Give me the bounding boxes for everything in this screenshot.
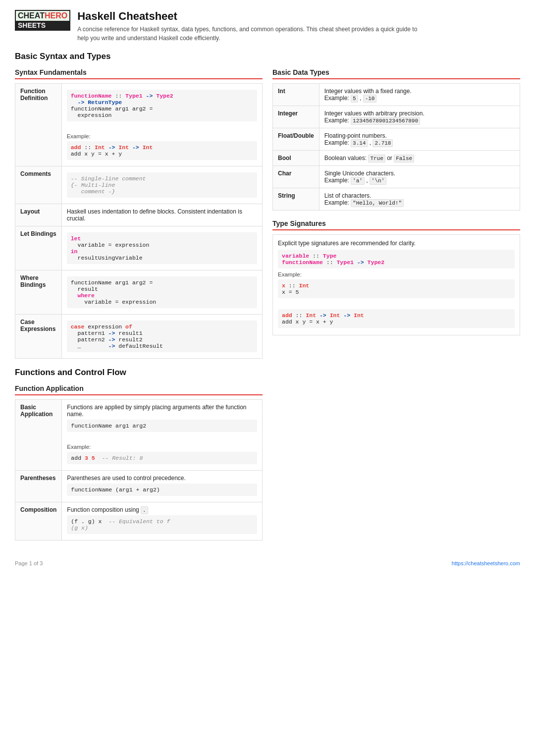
row-label: CaseExpressions xyxy=(15,315,62,359)
logo: CHEATHERO SHEETS xyxy=(15,10,70,31)
function-application-title: Function Application xyxy=(15,384,263,395)
page-number: Page 1 of 3 xyxy=(15,560,43,566)
row-content: Boolean values: True or False xyxy=(319,151,520,166)
row-label: FunctionDefinition xyxy=(15,84,62,166)
type-sig-description: Explicit type signatures are recommended… xyxy=(278,240,515,247)
row-label: Composition xyxy=(15,502,62,540)
section-functions: Functions and Control Flow Function Appl… xyxy=(15,368,520,540)
table-row: Parentheses Parentheses are used to cont… xyxy=(15,471,263,502)
row-content: Function composition using . (f . g) x -… xyxy=(62,502,263,540)
logo-bottom: SHEETS xyxy=(16,21,69,30)
row-label: Int xyxy=(273,84,320,106)
data-types-table: Int Integer values with a fixed range. E… xyxy=(272,83,520,211)
table-row: Int Integer values with a fixed range. E… xyxy=(273,84,520,106)
footer-link[interactable]: https://cheatsheetshero.com xyxy=(452,560,520,566)
table-row: String List of characters. Example: "Hel… xyxy=(273,188,520,211)
page-header: CHEATHERO SHEETS Haskell Cheatsheet A co… xyxy=(15,10,520,43)
table-row: FunctionDefinition functionName :: Type1… xyxy=(15,84,263,166)
table-row: Bool Boolean values: True or False xyxy=(273,151,520,166)
row-content: let variable = expression in resultUsing… xyxy=(61,226,262,270)
header-text: Haskell Cheatsheet A concise reference f… xyxy=(77,10,424,43)
table-row: Float/Double Floating-point numbers. Exa… xyxy=(273,128,520,151)
type-signatures-section: Type Signatures Explicit type signatures… xyxy=(272,219,520,335)
page-footer: Page 1 of 3 https://cheatsheetshero.com xyxy=(15,560,520,566)
data-types-title: Basic Data Types xyxy=(272,68,520,79)
row-content: functionName :: Type1 -> Type2 -> Return… xyxy=(61,84,262,166)
table-row: Layout Haskell uses indentation to defin… xyxy=(15,204,263,226)
logo-top: CHEATHERO xyxy=(16,11,69,21)
row-label: Parentheses xyxy=(15,471,62,502)
row-label: Integer xyxy=(273,106,320,128)
syntax-table: FunctionDefinition functionName :: Type1… xyxy=(15,83,263,359)
functions-two-col: Function Application BasicApplication Fu… xyxy=(15,384,520,540)
basic-data-types-col: Basic Data Types Int Integer values with… xyxy=(272,68,520,359)
table-row: CaseExpressions case expression of patte… xyxy=(15,315,263,359)
row-content: case expression of pattern1 -> result1 p… xyxy=(61,315,262,359)
row-content: functionName arg1 arg2 = result where va… xyxy=(61,270,262,315)
row-label: BasicApplication xyxy=(15,400,62,471)
syntax-fundamentals-col: Syntax Fundamentals FunctionDefinition f… xyxy=(15,68,263,359)
table-row: WhereBindings functionName arg1 arg2 = r… xyxy=(15,270,263,315)
basic-syntax-two-col: Syntax Fundamentals FunctionDefinition f… xyxy=(15,68,520,359)
row-label: Float/Double xyxy=(273,128,320,151)
row-content: Haskell uses indentation to define block… xyxy=(61,204,262,226)
page-subtitle: A concise reference for Haskell syntax, … xyxy=(77,25,424,43)
functions-right-col xyxy=(272,384,520,540)
row-label: Char xyxy=(273,166,320,188)
row-label: Bool xyxy=(273,151,320,166)
page-title: Haskell Cheatsheet xyxy=(77,10,424,23)
syntax-fundamentals-title: Syntax Fundamentals xyxy=(15,68,263,79)
table-row: Integer Integer values with arbitrary pr… xyxy=(273,106,520,128)
section-basic-syntax: Basic Syntax and Types Syntax Fundamenta… xyxy=(15,52,520,359)
row-content: Parentheses are used to control preceden… xyxy=(62,471,263,502)
row-label: Comments xyxy=(15,166,62,204)
row-content: List of characters. Example: "Hello, Wor… xyxy=(319,188,520,211)
row-content: Functions are applied by simply placing … xyxy=(62,400,263,471)
table-row: Comments -- Single-line comment {- Multi… xyxy=(15,166,263,204)
row-label: Let Bindings xyxy=(15,226,62,270)
row-content: Single Unicode characters. Example: 'a' … xyxy=(319,166,520,188)
row-label: Layout xyxy=(15,204,62,226)
type-signatures-title: Type Signatures xyxy=(272,219,520,230)
row-content: Integer values with arbitrary precision.… xyxy=(319,106,520,128)
row-content: -- Single-line comment {- Multi-line com… xyxy=(61,166,262,204)
row-content: Floating-point numbers. Example: 3.14 , … xyxy=(319,128,520,151)
type-sig-box: Explicit type signatures are recommended… xyxy=(272,234,520,335)
row-content: Integer values with a fixed range. Examp… xyxy=(319,84,520,106)
table-row: Composition Function composition using .… xyxy=(15,502,263,540)
function-app-table: BasicApplication Functions are applied b… xyxy=(15,399,263,540)
table-row: Let Bindings let variable = expression i… xyxy=(15,226,263,270)
table-row: Char Single Unicode characters. Example:… xyxy=(273,166,520,188)
row-label: String xyxy=(273,188,320,211)
example-label: Example: xyxy=(278,271,515,277)
function-application-col: Function Application BasicApplication Fu… xyxy=(15,384,263,540)
section-title-2: Functions and Control Flow xyxy=(15,368,520,379)
row-label: WhereBindings xyxy=(15,270,62,315)
table-row: BasicApplication Functions are applied b… xyxy=(15,400,263,471)
section-title-1: Basic Syntax and Types xyxy=(15,52,520,63)
